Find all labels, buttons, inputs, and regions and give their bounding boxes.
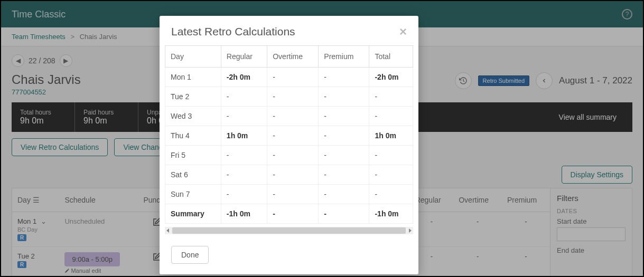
- modal-row: Thu 41h 0m--1h 0m: [165, 126, 413, 146]
- modal-cell-total: -: [369, 185, 413, 204]
- modal-cell-total: -: [369, 165, 413, 185]
- scrollbar-thumb[interactable]: [172, 227, 406, 234]
- modal-cell-total: -: [369, 107, 413, 126]
- modal-cell-day: Mon 1: [165, 68, 221, 87]
- modal-cell-premium: -: [319, 185, 369, 204]
- modal-summary-day: Summary: [165, 204, 221, 224]
- modal-row: Sat 6----: [165, 165, 413, 185]
- modal-cell-overtime: -: [267, 146, 319, 165]
- modal-row: Fri 5----: [165, 146, 413, 165]
- modal-cell-premium: -: [319, 165, 369, 185]
- done-button[interactable]: Done: [171, 246, 209, 264]
- modal-cell-regular: -: [221, 185, 267, 204]
- modal-cell-day: Thu 4: [165, 126, 221, 146]
- modal-cell-regular: -: [221, 87, 267, 107]
- modal-header: Latest Retro Calculations ×: [160, 16, 418, 45]
- modal-cell-overtime: -: [267, 185, 319, 204]
- modal-cell-regular: -: [221, 165, 267, 185]
- modal-row: Sun 7----: [165, 185, 413, 204]
- retro-calculations-modal: Latest Retro Calculations × Day Regular …: [160, 16, 418, 274]
- modal-body: Day Regular Overtime Premium Total Mon 1…: [160, 45, 418, 246]
- modal-cell-day: Wed 3: [165, 107, 221, 126]
- modal-row: Tue 2----: [165, 87, 413, 107]
- modal-cell-premium: -: [319, 146, 369, 165]
- modal-cell-premium: -: [319, 68, 369, 87]
- modal-cell-day: Sun 7: [165, 185, 221, 204]
- modal-col-total: Total: [369, 46, 413, 68]
- modal-cell-overtime: -: [267, 107, 319, 126]
- modal-summary-regular: -1h 0m: [221, 204, 267, 224]
- modal-col-premium: Premium: [319, 46, 369, 68]
- modal-cell-total: 1h 0m: [369, 126, 413, 146]
- modal-cell-day: Sat 6: [165, 165, 221, 185]
- modal-summary-total: -1h 0m: [369, 204, 413, 224]
- modal-row: Mon 1-2h 0m---2h 0m: [165, 68, 413, 87]
- modal-cell-day: Fri 5: [165, 146, 221, 165]
- modal-cell-regular: -2h 0m: [221, 68, 267, 87]
- modal-cell-total: -: [369, 146, 413, 165]
- modal-row: Wed 3----: [165, 107, 413, 126]
- modal-cell-premium: -: [319, 87, 369, 107]
- modal-title: Latest Retro Calculations: [171, 25, 295, 38]
- modal-cell-total: -2h 0m: [369, 68, 413, 87]
- modal-cell-total: -: [369, 87, 413, 107]
- modal-cell-regular: -: [221, 146, 267, 165]
- modal-summary-row: Summary-1h 0m---1h 0m: [165, 204, 413, 224]
- modal-cell-overtime: -: [267, 68, 319, 87]
- close-icon[interactable]: ×: [399, 25, 407, 38]
- modal-cell-regular: 1h 0m: [221, 126, 267, 146]
- modal-cell-overtime: -: [267, 126, 319, 146]
- modal-col-day: Day: [165, 46, 221, 68]
- modal-cell-day: Tue 2: [165, 87, 221, 107]
- modal-summary-premium: -: [319, 204, 369, 224]
- modal-col-overtime: Overtime: [267, 46, 319, 68]
- modal-summary-overtime: -: [267, 204, 319, 224]
- modal-col-regular: Regular: [221, 46, 267, 68]
- modal-cell-overtime: -: [267, 165, 319, 185]
- modal-cell-regular: -: [221, 107, 267, 126]
- modal-footer: Done: [160, 246, 418, 274]
- modal-cell-premium: -: [319, 107, 369, 126]
- modal-cell-overtime: -: [267, 87, 319, 107]
- retro-table: Day Regular Overtime Premium Total Mon 1…: [165, 45, 413, 224]
- horizontal-scrollbar[interactable]: [165, 227, 413, 234]
- modal-cell-premium: -: [319, 126, 369, 146]
